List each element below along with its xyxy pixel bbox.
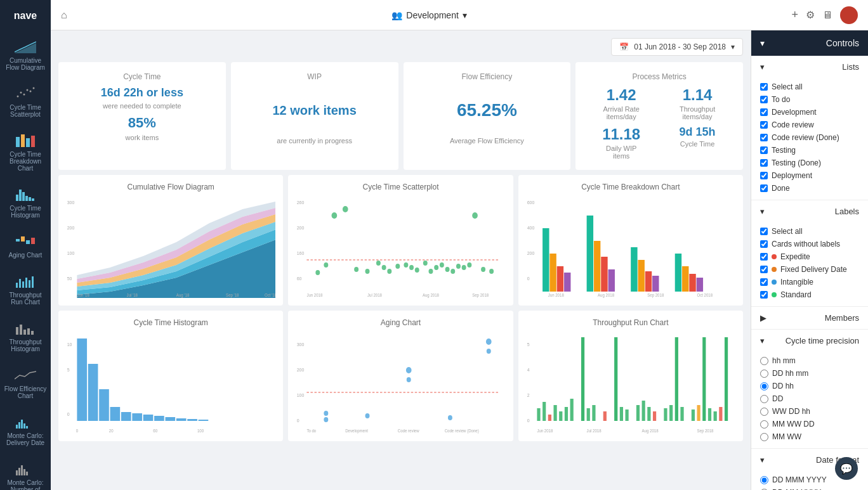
sidebar-item-cycle-time-histogram[interactable]: Cycle Time Histogram: [0, 179, 51, 224]
add-button[interactable]: +: [791, 8, 798, 22]
monitor-icon[interactable]: 🖥: [822, 10, 832, 21]
sidebar-item-cycle-time-scatter[interactable]: Cycle Time Scatterplot: [0, 79, 51, 123]
label-item-expedite[interactable]: Expedite: [760, 250, 859, 263]
svg-point-75: [468, 262, 472, 268]
sidebar-item-monte-carlo-tasks[interactable]: Monte Carlo: Number of Tasks: [0, 454, 51, 490]
sidebar-item-throughput-histogram[interactable]: Throughput Histogram: [0, 313, 51, 358]
process-metrics-title: Process Metrics: [586, 72, 733, 81]
date-bar: 📅 01 Jun 2018 - 30 Sep 2018 ▾: [58, 38, 743, 56]
label-item-standard[interactable]: Standard: [760, 288, 859, 301]
main-area: ⌂ 👥 Development ▾ + ⚙ 🖥 📅 01 Jun 2018 - …: [51, 0, 868, 490]
cycle-time-scatter-chart-card: Cycle Time Scatterplot 260 200 160 60: [288, 175, 513, 306]
precision-hh-mm[interactable]: hh mm: [760, 354, 859, 367]
precision-mm-ww-radio[interactable]: [760, 433, 768, 441]
svg-rect-154: [570, 399, 573, 421]
sidebar: nave Cumulative Flow Diagram Cycle Time …: [0, 0, 51, 490]
svg-text:5: 5: [527, 342, 529, 348]
list-code-review-checkbox[interactable]: [760, 121, 768, 129]
members-section-header[interactable]: ▶ Members: [751, 307, 868, 329]
label-item-select-all[interactable]: Select all: [760, 225, 859, 238]
sidebar-item-aging-chart[interactable]: Aging Chart: [0, 226, 51, 264]
home-button[interactable]: ⌂: [61, 10, 67, 21]
cycle-time-histogram-chart-card: Cycle Time Histogram 10 5 0: [58, 311, 283, 441]
sidebar-item-flow-efficiency[interactable]: Flow Efficiency Chart: [0, 360, 51, 404]
sidebar-item-cycle-time-breakdown[interactable]: Cycle Time Breakdown Chart: [0, 126, 51, 177]
chat-button[interactable]: 💬: [835, 457, 858, 480]
svg-rect-153: [565, 407, 568, 421]
svg-point-66: [415, 268, 419, 273]
precision-mm-ww-dd-radio[interactable]: [760, 420, 768, 429]
precision-dd-hh[interactable]: DD hh: [760, 380, 859, 392]
charts-row-2: Cycle Time Histogram 10 5 0: [58, 311, 743, 441]
list-testing-checkbox[interactable]: [760, 146, 768, 154]
date-range-picker[interactable]: 📅 01 Jun 2018 - 30 Sep 2018 ▾: [611, 38, 743, 56]
cycle-time-breakdown-icon: [14, 131, 37, 148]
svg-text:0: 0: [527, 276, 529, 282]
label-item-cards-without-labels[interactable]: Cards without labels: [760, 238, 859, 250]
list-deployment-label: Deployment: [772, 171, 812, 180]
precision-hh-mm-radio[interactable]: [760, 357, 768, 365]
list-testing-done-checkbox[interactable]: [760, 159, 768, 167]
label-fixed-delivery-checkbox[interactable]: [760, 266, 768, 273]
date-format-dd-mm-yyyy[interactable]: DD-MM-YYYY: [760, 486, 859, 490]
svg-point-137: [486, 338, 492, 345]
svg-text:100: 100: [67, 250, 75, 257]
cumulative-flow-chart-area: 300 200 100 50 Jun '18: [66, 197, 275, 298]
precision-dd-hh-mm[interactable]: DD hh mm: [760, 367, 859, 380]
list-item-to-do[interactable]: To do: [760, 93, 859, 106]
label-expedite-checkbox[interactable]: [760, 253, 768, 261]
list-deployment-checkbox[interactable]: [760, 172, 768, 179]
sidebar-item-cumulative-flow[interactable]: Cumulative Flow Diagram: [0, 32, 51, 76]
list-select-all-checkbox[interactable]: [760, 83, 768, 91]
svg-rect-159: [614, 337, 617, 421]
label-item-intangible[interactable]: Intangible: [760, 276, 859, 288]
list-item-select-all[interactable]: Select all: [760, 81, 859, 93]
list-item-code-review-done[interactable]: Code review (Done): [760, 131, 859, 144]
list-item-development[interactable]: Development: [760, 106, 859, 119]
label-select-all-checkbox[interactable]: [760, 228, 768, 235]
sidebar-item-throughput-run[interactable]: Throughput Run Chart: [0, 266, 51, 311]
list-item-deployment[interactable]: Deployment: [760, 169, 859, 182]
list-item-code-review[interactable]: Code review: [760, 119, 859, 131]
precision-ww-dd-hh-radio[interactable]: [760, 408, 768, 416]
list-code-review-done-checkbox[interactable]: [760, 134, 768, 141]
label-item-fixed-delivery-date[interactable]: Fixed Delivery Date: [760, 263, 859, 276]
svg-rect-89: [549, 254, 556, 292]
label-standard-checkbox[interactable]: [760, 291, 768, 299]
list-item-testing[interactable]: Testing: [760, 144, 859, 157]
cycle-time-precision-header[interactable]: ▾ Cycle time precision: [751, 330, 868, 352]
precision-mm-ww[interactable]: MM WW: [760, 430, 859, 443]
chevron-down-icon: ▾: [760, 62, 765, 72]
list-development-checkbox[interactable]: [760, 108, 768, 116]
chevron-down-icon: ▾: [731, 42, 735, 51]
chevron-down-icon: ▾: [760, 207, 765, 216]
list-to-do-checkbox[interactable]: [760, 96, 768, 103]
list-done-checkbox[interactable]: [760, 184, 768, 192]
svg-rect-30: [31, 331, 34, 335]
user-avatar[interactable]: [840, 6, 858, 24]
cycle-time-card: Cycle Time 16d 22h or less were needed t…: [58, 62, 226, 170]
lists-section-header[interactable]: ▾ Lists: [751, 56, 868, 78]
precision-dd-hh-radio[interactable]: [760, 382, 768, 390]
precision-ww-dd-hh[interactable]: WW DD hh: [760, 405, 859, 418]
project-selector[interactable]: 👥 Development ▾: [391, 10, 467, 20]
sidebar-item-monte-carlo-date[interactable]: Monte Carlo: Delivery Date: [0, 407, 51, 451]
labels-section-header[interactable]: ▾ Labels: [751, 200, 868, 222]
sidebar-item-label: Monte Carlo: Delivery Date: [3, 432, 48, 446]
svg-rect-6: [16, 137, 20, 147]
svg-rect-7: [21, 134, 25, 147]
svg-rect-157: [592, 405, 595, 421]
svg-point-136: [448, 415, 452, 420]
label-intangible-checkbox[interactable]: [760, 278, 768, 286]
settings-icon[interactable]: ⚙: [806, 9, 815, 21]
precision-dd-radio[interactable]: [760, 395, 768, 403]
label-cards-without-checkbox[interactable]: [760, 240, 768, 248]
precision-mm-ww-dd[interactable]: MM WW DD: [760, 418, 859, 430]
precision-dd-hh-mm-radio[interactable]: [760, 370, 768, 378]
precision-dd[interactable]: DD: [760, 392, 859, 405]
list-item-testing-done[interactable]: Testing (Done): [760, 157, 859, 169]
date-format-dd-mmm-yyyy-radio[interactable]: [760, 476, 768, 484]
monte-carlo-tasks-icon: [14, 459, 37, 477]
svg-text:5: 5: [67, 367, 70, 373]
list-item-done[interactable]: Done: [760, 182, 859, 195]
